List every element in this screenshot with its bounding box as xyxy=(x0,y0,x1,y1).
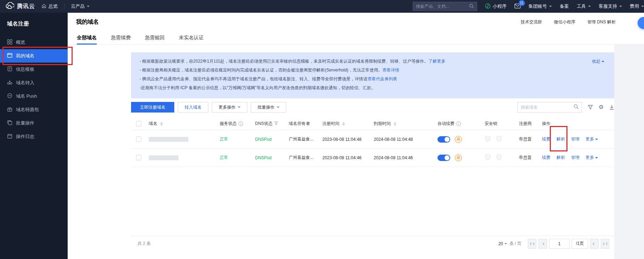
promo-badge[interactable]: 惠 xyxy=(455,154,462,161)
page-header: 我的域名 技术交流群 微信小程序 管理 DNS 解析 全部域名 急需续费 急需赎… xyxy=(68,13,644,45)
link-wechat-mini[interactable]: 微信小程序 xyxy=(554,19,575,25)
download-icon[interactable] xyxy=(609,105,614,110)
shield-transfer-lock-icon[interactable] xyxy=(485,154,491,161)
more-link[interactable]: 更多 xyxy=(586,136,598,142)
registrar: 帝思普 xyxy=(516,155,539,161)
nav-group-account[interactable]: 集团账号 xyxy=(529,3,552,10)
select-all-checkbox[interactable] xyxy=(136,121,141,126)
nav-mini-program[interactable]: 小程序 xyxy=(485,3,507,10)
link-tech-group[interactable]: 技术交流群 xyxy=(521,19,542,25)
resolve-link[interactable]: 解析 xyxy=(557,136,565,142)
tab-renew-urgent[interactable]: 急需续费 xyxy=(111,31,131,44)
notice-link-voucher-list[interactable]: 查看代金券列表 xyxy=(367,76,397,81)
auto-renew-toggle[interactable] xyxy=(437,136,450,143)
notice-line: -近期有不法分子利用 ICP 备案的公示信息，以“万维网/万域网”等名义向用户发… xyxy=(140,84,606,92)
tab-not-verified[interactable]: 未实名认证 xyxy=(179,31,204,44)
transfer-in-icon xyxy=(7,80,12,86)
gear-icon[interactable]: ⚙ xyxy=(599,104,604,110)
home-icon xyxy=(41,4,46,10)
global-search-input[interactable] xyxy=(416,4,469,9)
shield-update-lock-icon[interactable] xyxy=(496,154,502,161)
promo-badge[interactable]: 惠 xyxy=(455,136,462,143)
sidebar-item-domain-push[interactable]: 域名 Push xyxy=(0,90,68,103)
domain-search-input[interactable] xyxy=(521,105,574,110)
tab-redeem-urgent[interactable]: 急需赎回 xyxy=(145,31,165,44)
top-navbar: 腾讯云 总览 云产品 xyxy=(0,0,644,13)
sidebar-item-domain-deals[interactable]: 域名特惠包 xyxy=(0,103,68,116)
per-page-label: 条 / 页 xyxy=(509,241,521,247)
transfer-domain-button[interactable]: 转入域名 xyxy=(178,102,208,113)
first-page-button[interactable] xyxy=(528,239,536,249)
sort-icon[interactable] xyxy=(160,121,163,127)
document-icon xyxy=(7,66,12,73)
notice-link-view-details[interactable]: 查看详情 xyxy=(382,68,399,73)
table-footer: 共 2 条 20 条 / 页 1 /1页 xyxy=(131,236,614,251)
filter-icon[interactable] xyxy=(588,105,593,110)
sidebar-item-operation-log[interactable]: 操作日志 xyxy=(0,130,68,143)
manage-link[interactable]: 管理 xyxy=(571,155,580,161)
sidebar-item-transfer-in[interactable]: 域名转入 xyxy=(0,76,68,90)
nav-billing[interactable]: 费用 xyxy=(630,3,644,10)
chevron-down-icon xyxy=(277,107,279,109)
notice-banner: - 根据最新政策法规要求，自2022年1月1日起，域名注册前必须使用已实名审核的… xyxy=(131,52,614,98)
nav-messages[interactable]: 11 xyxy=(514,4,521,10)
shield-update-lock-icon[interactable] xyxy=(496,136,502,143)
page-number-input[interactable]: 1 xyxy=(549,239,570,249)
calendar-icon xyxy=(7,133,12,140)
tencent-cloud-logo[interactable]: 腾讯云 xyxy=(5,2,35,11)
more-ops-button[interactable]: 更多操作 xyxy=(212,102,247,113)
table-header-row: 域名 服务状态 i DNS状态 域名所有者 注册时间 到期时间 自动续费 i 安… xyxy=(131,117,614,130)
batch-ops-button[interactable]: 批量操作 xyxy=(251,102,286,113)
info-icon[interactable]: i xyxy=(456,121,461,126)
auto-renew-toggle[interactable] xyxy=(437,155,450,161)
shield-transfer-lock-icon[interactable] xyxy=(485,136,491,143)
register-time: 2023-08-08 11:04:48 xyxy=(320,137,371,142)
info-icon[interactable]: i xyxy=(238,121,243,126)
prev-page-button[interactable] xyxy=(538,239,547,249)
notice-line: - 根据注册局相关规定，域名注册后必须在规定时间内完成域名实名认证，否则会被注册… xyxy=(140,66,606,75)
chevron-down-icon xyxy=(549,6,552,8)
nav-icp[interactable]: 备案 xyxy=(560,3,569,10)
domain-name-redacted[interactable] xyxy=(149,137,188,142)
sidebar-item-overview[interactable]: 概览 xyxy=(0,36,68,49)
domain-name-redacted[interactable] xyxy=(149,155,179,160)
next-page-button[interactable] xyxy=(590,239,599,249)
row-checkbox[interactable] xyxy=(136,155,141,160)
sort-icon[interactable] xyxy=(394,121,396,127)
page-size-select[interactable]: 20 xyxy=(498,241,507,246)
message-count-badge: 11 xyxy=(519,0,525,6)
gift-icon xyxy=(7,107,12,113)
resolve-link[interactable]: 解析 xyxy=(557,155,565,161)
sort-icon[interactable] xyxy=(342,121,345,127)
renew-link[interactable]: 续费 xyxy=(542,155,550,161)
table-row: 正常 DNSPod 广州嘉益食... 2023-08-08 11:04:48 2… xyxy=(131,130,614,149)
nav-cloud-products[interactable]: 云产品 xyxy=(71,3,90,10)
filter-icon[interactable] xyxy=(274,121,278,126)
tab-all-domains[interactable]: 全部域名 xyxy=(77,31,97,44)
more-link[interactable]: 更多 xyxy=(586,155,598,161)
logo-text: 腾讯云 xyxy=(17,3,35,10)
nav-overview[interactable]: 总览 xyxy=(41,3,58,10)
sidebar-item-my-domains[interactable]: 我的域名 xyxy=(0,49,68,63)
notice-line: - 根据最新政策法规要求，自2022年1月1日起，域名注册前必须使用已实名审核的… xyxy=(140,57,606,66)
notice-link-learn-more[interactable]: 了解更多 xyxy=(428,59,445,64)
register-domain-button[interactable]: 立即注册域名 xyxy=(131,102,174,113)
nav-tools[interactable]: 工具 xyxy=(577,3,591,10)
last-page-button[interactable] xyxy=(601,239,609,249)
chevron-down-icon xyxy=(595,139,598,142)
nav-support[interactable]: 客服支持 xyxy=(599,3,622,10)
link-manage-dns[interactable]: 管理 DNS 解析 xyxy=(587,19,616,25)
domain-search-box[interactable] xyxy=(518,102,582,113)
renew-link[interactable]: 续费 xyxy=(542,136,550,142)
sidebar-item-batch-ops[interactable]: 批量操作 xyxy=(0,116,68,130)
global-search[interactable] xyxy=(413,2,477,11)
manage-link[interactable]: 管理 xyxy=(571,136,580,142)
sidebar-menu: 概览 我的域名 信息模 xyxy=(0,36,68,143)
row-checkbox[interactable] xyxy=(136,137,141,142)
chevron-up-icon xyxy=(601,59,604,62)
search-icon[interactable] xyxy=(574,104,579,110)
sidebar-item-info-template[interactable]: 信息模板 xyxy=(0,63,68,76)
cloud-logo-icon xyxy=(5,2,14,11)
notice-collapse-button[interactable]: 收起 xyxy=(592,57,604,66)
search-icon[interactable] xyxy=(469,4,474,10)
